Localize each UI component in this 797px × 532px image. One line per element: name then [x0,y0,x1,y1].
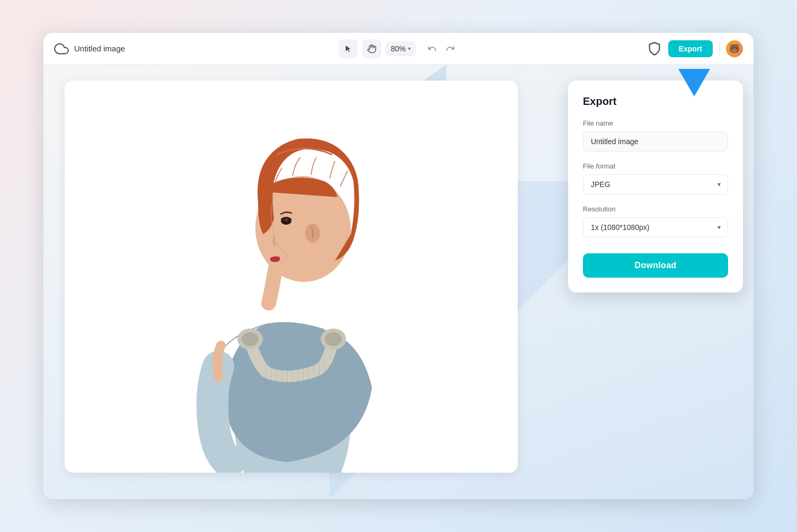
zoom-value: 80% [391,45,405,53]
svg-point-4 [284,218,288,221]
canvas-image [65,81,518,473]
logo-icon [54,41,69,56]
select-tool-button[interactable] [339,39,358,58]
shield-icon[interactable] [647,41,662,56]
cursor-arrow-icon [678,69,710,96]
hand-icon [367,44,376,54]
header-center: 80% ▾ [339,39,458,58]
redo-button[interactable] [442,41,458,57]
user-avatar[interactable]: 🐻 [726,40,743,57]
file-format-field: File format JPEG PNG SVG PDF WEBP ▾ [583,162,728,194]
resolution-select-wrapper: 1x (1080*1080px) 2x (2160*2160px) 0.5x (… [583,217,728,237]
export-panel: Export File name File format JPEG PNG SV… [568,81,743,292]
format-select-wrapper: JPEG PNG SVG PDF WEBP ▾ [583,174,728,194]
avatar-emoji: 🐻 [729,43,740,54]
download-button[interactable]: Download [583,253,728,278]
panel-arrow-indicator [678,69,710,99]
app-container: Untitled image 80% ▾ [43,33,754,499]
file-format-select[interactable]: JPEG PNG SVG PDF WEBP [583,174,728,194]
hand-tool-button[interactable] [362,39,381,58]
file-format-label: File format [583,162,728,170]
resolution-field: Resolution 1x (1080*1080px) 2x (2160*216… [583,205,728,237]
canvas-area: Export File name File format JPEG PNG SV… [43,65,754,499]
zoom-chevron-icon: ▾ [408,46,411,51]
resolution-select[interactable]: 1x (1080*1080px) 2x (2160*2160px) 0.5x (… [583,217,728,237]
zoom-control[interactable]: 80% ▾ [385,41,415,56]
export-button[interactable]: Export [668,40,713,57]
file-name-input[interactable] [583,131,728,152]
undo-button[interactable] [424,41,440,57]
svg-marker-10 [678,69,710,96]
document-title: Untitled image [74,44,125,53]
undo-icon [428,44,437,54]
cursor-icon [344,45,352,53]
history-buttons [424,41,458,57]
svg-point-8 [242,332,259,346]
resolution-label: Resolution [583,205,728,213]
file-name-label: File name [583,119,728,127]
header: Untitled image 80% ▾ [43,33,754,65]
header-divider [719,41,720,56]
redo-icon [446,44,455,54]
svg-point-9 [325,332,342,346]
header-right: Export 🐻 [647,40,743,57]
canvas-card [65,81,518,473]
file-name-field: File name [583,119,728,162]
